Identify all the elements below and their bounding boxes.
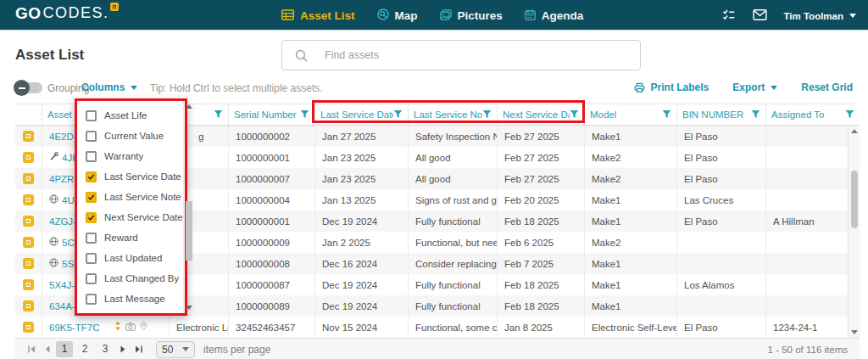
column-option-asset-life[interactable]: Asset Life xyxy=(86,106,183,125)
serial-value: 1000000008 xyxy=(236,254,290,274)
pin-icon[interactable] xyxy=(140,317,147,338)
qr-code-icon[interactable] xyxy=(23,131,34,142)
checkbox-icon[interactable] xyxy=(86,294,97,305)
dropdown-scroll-down-icon[interactable] xyxy=(186,306,192,310)
qr-code-icon[interactable] xyxy=(23,300,34,311)
checkbox-icon[interactable] xyxy=(86,192,97,203)
next-page-button[interactable] xyxy=(115,342,131,357)
last-page-button[interactable] xyxy=(131,342,146,357)
vertical-scrollbar[interactable] xyxy=(848,126,860,338)
filter-icon[interactable] xyxy=(393,107,403,122)
reset-grid-button[interactable]: Reset Grid xyxy=(801,81,853,93)
prev-page-button[interactable] xyxy=(39,342,54,357)
checkbox-icon[interactable] xyxy=(86,233,97,244)
print-labels-button[interactable]: Print Labels xyxy=(634,81,709,93)
serial-value: 1000000002 xyxy=(236,126,290,147)
column-header-label: Model xyxy=(590,109,616,120)
checkbox-icon[interactable] xyxy=(86,253,97,264)
filter-icon[interactable] xyxy=(751,107,760,122)
column-header-bin[interactable]: BIN NUMBER xyxy=(677,104,766,125)
bin-cell xyxy=(677,253,766,274)
filter-icon[interactable] xyxy=(300,107,309,122)
qr-code-icon[interactable] xyxy=(23,216,34,227)
column-option-label: Last Changed By xyxy=(104,273,179,283)
checkbox-icon[interactable] xyxy=(86,212,97,223)
column-option-label: Last Updated xyxy=(104,253,162,263)
checkbox-icon[interactable] xyxy=(86,131,97,142)
nav-item-map[interactable]: Map xyxy=(377,8,418,23)
qr-code-icon[interactable] xyxy=(23,258,34,269)
qr-code-icon[interactable] xyxy=(23,194,34,205)
gocodes-logo[interactable]: GO CODES. xyxy=(15,4,119,23)
qr-code-icon[interactable] xyxy=(23,237,34,248)
tasks-checklist-icon[interactable] xyxy=(722,8,736,24)
nav-item-pictures[interactable]: Pictures xyxy=(440,9,503,23)
bin-cell: El Paso xyxy=(677,210,766,232)
dropdown-scroll-up-icon[interactable] xyxy=(186,104,192,109)
sort-icon[interactable] xyxy=(114,317,121,338)
qr-code-icon[interactable] xyxy=(23,279,34,290)
user-menu[interactable]: Tim Toolman xyxy=(784,11,857,21)
filter-icon[interactable] xyxy=(570,107,579,122)
lsd-value: Dec 19 2024 xyxy=(322,211,377,232)
checkbox-icon[interactable] xyxy=(86,151,97,162)
search-input[interactable] xyxy=(308,48,640,62)
asset-id-link[interactable]: 69K5-TF7C xyxy=(49,317,99,338)
filter-icon[interactable] xyxy=(214,107,223,122)
column-option-last-updated[interactable]: Last Updated xyxy=(86,249,183,267)
lsd-cell: Jan 23 2025 xyxy=(315,168,409,189)
column-header-assigned[interactable]: Assigned To xyxy=(766,104,860,125)
columns-button[interactable]: Columns xyxy=(81,81,137,93)
checkbox-icon[interactable] xyxy=(86,171,97,182)
bin-cell xyxy=(677,232,766,253)
nsd-cell: Feb 18 2025 xyxy=(498,274,585,295)
filter-icon[interactable] xyxy=(845,107,854,122)
model-cell: Make1 xyxy=(585,253,677,274)
qr-code-cell xyxy=(15,168,42,189)
nav-item-asset-list[interactable]: Asset List xyxy=(281,9,355,23)
qr-code-icon[interactable] xyxy=(23,152,34,163)
column-option-reward[interactable]: Reward xyxy=(86,228,183,247)
column-header-model[interactable]: Model xyxy=(585,104,677,125)
column-header-serial[interactable]: Serial Number xyxy=(229,104,315,125)
filter-icon[interactable] xyxy=(662,107,671,122)
nsd-value: Feb 18 2025 xyxy=(504,275,559,295)
page-title: Asset List xyxy=(15,47,84,64)
qr-code-icon[interactable] xyxy=(23,322,34,333)
assigned-cell xyxy=(766,168,860,189)
qr-code-icon[interactable] xyxy=(23,173,34,184)
column-header-lsn[interactable]: Last Service Note xyxy=(409,104,498,125)
column-option-warranty[interactable]: Warranty xyxy=(86,147,183,165)
dropdown-scrollbar[interactable] xyxy=(183,101,185,313)
page-number-3[interactable]: 3 xyxy=(97,341,114,357)
column-option-next-service-date[interactable]: Next Service Date xyxy=(86,208,183,227)
filter-icon[interactable] xyxy=(482,107,492,122)
column-option-last-service-date[interactable]: Last Service Date xyxy=(86,167,183,186)
page-size-select[interactable]: 50 xyxy=(156,341,195,358)
column-header-nsd[interactable]: Next Service Date xyxy=(498,104,585,125)
scroll-down-icon[interactable] xyxy=(851,330,858,334)
mail-icon[interactable] xyxy=(753,8,767,24)
serial-cell: 1000000009 xyxy=(229,232,315,253)
checkbox-icon[interactable] xyxy=(86,273,97,284)
grouping-toggle[interactable] xyxy=(17,82,42,93)
first-page-button[interactable] xyxy=(24,342,39,357)
column-option-last-service-note[interactable]: Last Service Note xyxy=(86,188,183,206)
column-header-lsd[interactable]: Last Service Date xyxy=(315,104,409,125)
column-option-last-message[interactable]: Last Message xyxy=(86,289,183,308)
nsd-value: Feb 6 2025 xyxy=(504,233,554,253)
dropdown-scroll-thumb[interactable] xyxy=(186,201,192,261)
camera-icon[interactable] xyxy=(125,317,136,338)
column-option-last-changed-by[interactable]: Last Changed By xyxy=(86,269,183,288)
page-number-2[interactable]: 2 xyxy=(76,341,93,357)
page-number-1[interactable]: 1 xyxy=(56,341,73,357)
asset-id-cell[interactable]: 69K5-TF7C xyxy=(42,317,170,338)
model-value: Electronic Self-Levelin... xyxy=(592,317,677,338)
column-option-current-value[interactable]: Current Value xyxy=(86,126,183,145)
scroll-thumb[interactable] xyxy=(851,171,858,228)
checkbox-icon[interactable] xyxy=(86,110,97,121)
nav-item-agenda[interactable]: Agenda xyxy=(525,9,584,23)
scroll-up-icon[interactable] xyxy=(851,129,858,133)
export-button[interactable]: Export xyxy=(732,81,777,93)
table-row[interactable]: 69K5-TF7CElectronic Level32452463457Nov … xyxy=(15,317,860,338)
